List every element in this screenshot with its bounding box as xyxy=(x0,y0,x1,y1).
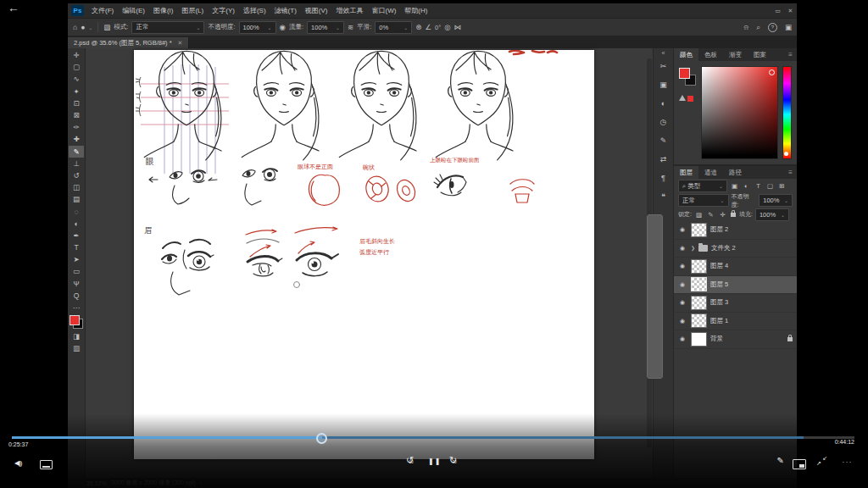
color-swatches[interactable] xyxy=(70,315,83,329)
collapse-panels-icon[interactable]: « xyxy=(662,49,665,57)
scrollbar-thumb[interactable] xyxy=(647,214,663,380)
crop-tool[interactable]: ⊡ xyxy=(69,97,84,109)
libraries-icon[interactable]: ▣ xyxy=(654,75,672,94)
filter-pixel-icon[interactable]: ▣ xyxy=(730,182,739,190)
progress-scrubber[interactable] xyxy=(316,433,327,444)
panel-menu-icon[interactable]: ≡ xyxy=(784,166,797,179)
lock-position-icon[interactable]: ✛ xyxy=(718,211,727,219)
menu-edit[interactable]: 编辑(E) xyxy=(118,6,149,15)
layer-thumbnail[interactable] xyxy=(691,313,707,328)
rewind-10-button[interactable]: ↺10 xyxy=(406,455,414,466)
visibility-eye-icon[interactable]: ◉ xyxy=(677,299,687,306)
properties-icon[interactable]: ✂ xyxy=(654,57,672,75)
shape-tool[interactable]: ▭ xyxy=(69,265,84,277)
clone-stamp-tool[interactable]: ⊥ xyxy=(69,158,84,169)
bell-icon[interactable]: ⍾ xyxy=(744,23,749,32)
filter-adjustment-icon[interactable]: ◐ xyxy=(742,182,751,190)
layer-row[interactable]: ◉ 图层 3 xyxy=(674,294,797,313)
layer-row[interactable]: ◉ 图层 2 xyxy=(674,221,797,240)
menu-window[interactable]: 窗口(W) xyxy=(367,6,400,15)
picture-in-picture-button[interactable] xyxy=(793,459,806,469)
dodge-tool[interactable]: ◐ xyxy=(69,218,84,230)
visibility-eye-icon[interactable]: ◉ xyxy=(677,245,687,252)
lock-pixels-icon[interactable]: ✎ xyxy=(706,211,715,219)
volume-icon[interactable]: ◀)) xyxy=(14,459,21,467)
pause-button[interactable]: ❚❚ xyxy=(428,458,441,465)
visibility-eye-icon[interactable]: ◉ xyxy=(677,281,687,288)
tab-layers[interactable]: 图层 xyxy=(674,166,698,179)
exit-fullscreen-button[interactable]: ↙ ↗ xyxy=(816,455,827,467)
symmetry-icon[interactable]: ⋈ xyxy=(454,23,462,31)
foreground-color-swatch[interactable] xyxy=(70,315,80,325)
background-layer-row[interactable]: ◉ 背景 xyxy=(674,330,797,349)
hand-tool[interactable]: Ψ xyxy=(69,278,84,290)
layer-group-row[interactable]: ◉ ❯ 文件夹 2 xyxy=(674,240,797,258)
history-brush-tool[interactable]: ↺ xyxy=(69,169,84,181)
tab-swatches[interactable]: 色板 xyxy=(698,48,723,61)
layer-thumbnail[interactable] xyxy=(691,332,707,347)
layer-thumbnail[interactable] xyxy=(691,296,707,310)
visibility-eye-icon[interactable]: ◉ xyxy=(677,226,687,233)
layer-opacity-select[interactable]: 100% ⌄ xyxy=(759,194,793,207)
gamut-color-swatch[interactable] xyxy=(687,96,693,102)
smoothing-select[interactable]: 0%⌄ xyxy=(375,21,412,34)
tab-channels[interactable]: 通道 xyxy=(698,166,723,179)
comment-icon[interactable]: ❝ xyxy=(654,187,672,206)
maximize-button[interactable]: ▭ xyxy=(771,8,784,14)
menu-select[interactable]: 选择(S) xyxy=(239,6,270,15)
path-select-tool[interactable]: ➤ xyxy=(69,253,84,265)
zoom-tool[interactable]: Q xyxy=(69,290,84,302)
menu-filter[interactable]: 滤镜(T) xyxy=(270,6,301,15)
layer-blend-mode-select[interactable]: 正常 ⌄ xyxy=(678,194,729,207)
layer-row-selected[interactable]: ◉ 图层 5 xyxy=(674,276,797,295)
visibility-eye-icon[interactable]: ◉ xyxy=(677,263,687,269)
filter-shape-icon[interactable]: ▢ xyxy=(765,182,775,190)
brush-settings-icon[interactable]: ✎ xyxy=(654,131,672,150)
canvas-artwork[interactable]: 眼 眉 xyxy=(134,50,594,459)
menu-plugins[interactable]: 增效工具 xyxy=(331,6,367,15)
foreground-color-swatch[interactable] xyxy=(679,68,690,79)
opacity-select[interactable]: 100%⌄ xyxy=(239,21,276,34)
more-options-button[interactable]: ··· xyxy=(843,458,854,466)
visibility-eye-icon[interactable]: ◉ xyxy=(677,318,687,324)
edit-toolbar-icon[interactable]: ⋯ xyxy=(69,302,84,313)
layer-thumbnail[interactable] xyxy=(691,223,707,237)
tab-paths[interactable]: 路径 xyxy=(723,166,748,179)
tab-color[interactable]: 颜色 xyxy=(674,48,698,61)
visibility-eye-icon[interactable]: ◉ xyxy=(677,336,687,342)
blend-mode-select[interactable]: 正常⌄ xyxy=(131,21,204,34)
pressure-opacity-icon[interactable]: ◉ xyxy=(280,23,286,31)
tab-gradients[interactable]: 渐变 xyxy=(723,48,748,61)
filter-type-icon[interactable]: T xyxy=(754,182,763,190)
edit-pencil-button[interactable]: ✎ xyxy=(777,456,784,465)
menu-layer[interactable]: 图层(L) xyxy=(177,6,208,15)
history-icon[interactable]: ◷ xyxy=(654,113,672,131)
magic-wand-tool[interactable]: ✦ xyxy=(69,86,84,97)
lock-transparent-icon[interactable]: ▨ xyxy=(694,211,704,219)
eraser-tool[interactable]: ◫ xyxy=(69,181,84,193)
pressure-size-icon[interactable]: ◎ xyxy=(444,23,450,31)
menu-image[interactable]: 图像(I) xyxy=(149,6,178,15)
layer-row[interactable]: ◉ 图层 1 xyxy=(674,313,797,331)
frame-tool[interactable]: ⊠ xyxy=(69,109,84,121)
zoom-level[interactable]: 35.62% xyxy=(86,480,107,486)
help-icon[interactable]: ? xyxy=(768,23,777,32)
layer-thumbnail[interactable] xyxy=(691,259,707,274)
blur-tool[interactable]: ◌ xyxy=(69,205,84,217)
swap-arrows-icon[interactable]: ⇄ xyxy=(654,150,672,169)
search-icon[interactable]: ⌕ xyxy=(756,23,760,32)
pen-tool[interactable]: ✒ xyxy=(69,230,84,241)
close-tab-icon[interactable]: ✕ xyxy=(178,40,183,47)
tab-patterns[interactable]: 图案 xyxy=(748,48,772,61)
layer-thumbnail[interactable] xyxy=(691,277,707,291)
saturation-brightness-field[interactable] xyxy=(701,66,778,159)
menu-view[interactable]: 视图(V) xyxy=(301,6,332,15)
flow-select[interactable]: 100%⌄ xyxy=(307,21,344,34)
brush-settings-toggle-icon[interactable]: ▨ xyxy=(103,23,110,31)
eyedropper-tool[interactable]: ✑ xyxy=(69,121,84,133)
canvas-area[interactable]: 眼 眉 xyxy=(86,48,653,478)
screen-mode-icon[interactable]: ▥ xyxy=(69,342,84,354)
filter-smart-object-icon[interactable]: ⊞ xyxy=(777,182,787,190)
layer-fill-select[interactable]: 100% ⌄ xyxy=(755,208,789,221)
adjustments-icon[interactable]: ◐ xyxy=(654,94,672,113)
